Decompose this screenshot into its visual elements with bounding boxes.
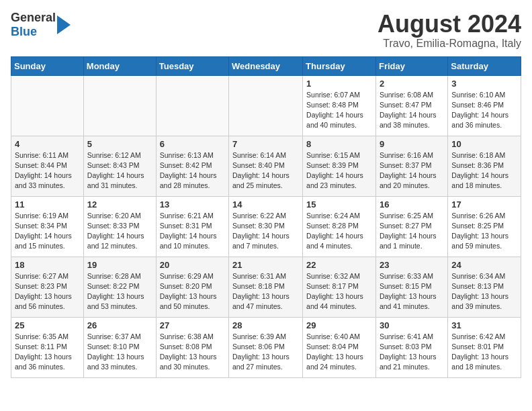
- day-number: 6: [160, 139, 225, 149]
- calendar-day-cell: 9Sunrise: 6:16 AMSunset: 8:37 PMDaylight…: [375, 136, 447, 196]
- logo-icon: [57, 15, 71, 34]
- day-number: 8: [306, 139, 372, 149]
- day-info: Sunrise: 6:27 AMSunset: 8:23 PMDaylight:…: [15, 271, 80, 312]
- calendar-day-cell: 16Sunrise: 6:25 AMSunset: 8:27 PMDayligh…: [375, 196, 447, 257]
- calendar-body: 1Sunrise: 6:07 AMSunset: 8:48 PMDaylight…: [11, 75, 521, 377]
- calendar-day-cell: 18Sunrise: 6:27 AMSunset: 8:23 PMDayligh…: [11, 257, 84, 317]
- day-info: Sunrise: 6:37 AMSunset: 8:10 PMDaylight:…: [87, 332, 152, 373]
- calendar-day-cell: [11, 75, 84, 136]
- day-number: 27: [160, 320, 225, 330]
- calendar-week-row: 25Sunrise: 6:35 AMSunset: 8:11 PMDayligh…: [11, 317, 521, 377]
- day-info: Sunrise: 6:32 AMSunset: 8:17 PMDaylight:…: [306, 271, 372, 312]
- logo: General Blue: [11, 11, 71, 39]
- day-info: Sunrise: 6:12 AMSunset: 8:43 PMDaylight:…: [87, 150, 152, 191]
- location-subtitle: Travo, Emilia-Romagna, Italy: [378, 38, 521, 50]
- calendar-day-cell: 8Sunrise: 6:15 AMSunset: 8:39 PMDaylight…: [303, 136, 376, 196]
- day-info: Sunrise: 6:08 AMSunset: 8:47 PMDaylight:…: [380, 90, 444, 131]
- calendar-header: SundayMondayTuesdayWednesdayThursdayFrid…: [11, 56, 521, 75]
- day-info: Sunrise: 6:07 AMSunset: 8:48 PMDaylight:…: [306, 90, 372, 131]
- day-info: Sunrise: 6:38 AMSunset: 8:08 PMDaylight:…: [160, 332, 225, 373]
- calendar-week-row: 4Sunrise: 6:11 AMSunset: 8:44 PMDaylight…: [11, 136, 521, 196]
- day-number: 11: [15, 199, 80, 210]
- day-number: 15: [306, 199, 372, 210]
- calendar-day-cell: 11Sunrise: 6:19 AMSunset: 8:34 PMDayligh…: [11, 196, 84, 257]
- day-of-week-header: Saturday: [448, 56, 521, 75]
- day-number: 31: [451, 320, 517, 330]
- day-number: 14: [232, 199, 299, 210]
- day-info: Sunrise: 6:39 AMSunset: 8:06 PMDaylight:…: [232, 332, 299, 373]
- calendar-day-cell: 27Sunrise: 6:38 AMSunset: 8:08 PMDayligh…: [156, 317, 228, 377]
- calendar-week-row: 18Sunrise: 6:27 AMSunset: 8:23 PMDayligh…: [11, 257, 521, 317]
- calendar-day-cell: 25Sunrise: 6:35 AMSunset: 8:11 PMDayligh…: [11, 317, 84, 377]
- day-info: Sunrise: 6:28 AMSunset: 8:22 PMDaylight:…: [87, 271, 152, 312]
- header-row: SundayMondayTuesdayWednesdayThursdayFrid…: [11, 56, 521, 75]
- calendar-day-cell: 30Sunrise: 6:41 AMSunset: 8:03 PMDayligh…: [375, 317, 447, 377]
- day-number: 20: [160, 260, 225, 270]
- day-number: 29: [306, 320, 372, 330]
- day-number: 4: [15, 139, 80, 149]
- calendar-day-cell: 17Sunrise: 6:26 AMSunset: 8:25 PMDayligh…: [448, 196, 521, 257]
- calendar-day-cell: 31Sunrise: 6:42 AMSunset: 8:01 PMDayligh…: [448, 317, 521, 377]
- day-number: 1: [306, 79, 372, 89]
- day-info: Sunrise: 6:42 AMSunset: 8:01 PMDaylight:…: [451, 332, 517, 373]
- title-block: August 2024 Travo, Emilia-Romagna, Italy: [378, 11, 521, 50]
- calendar-day-cell: 7Sunrise: 6:14 AMSunset: 8:40 PMDaylight…: [229, 136, 303, 196]
- day-number: 16: [380, 199, 444, 210]
- calendar-day-cell: [83, 75, 156, 136]
- day-number: 3: [451, 79, 517, 89]
- day-info: Sunrise: 6:24 AMSunset: 8:28 PMDaylight:…: [306, 211, 372, 252]
- calendar-day-cell: 21Sunrise: 6:31 AMSunset: 8:18 PMDayligh…: [229, 257, 303, 317]
- calendar-day-cell: 28Sunrise: 6:39 AMSunset: 8:06 PMDayligh…: [229, 317, 303, 377]
- day-info: Sunrise: 6:16 AMSunset: 8:37 PMDaylight:…: [380, 150, 444, 191]
- day-number: 21: [232, 260, 299, 270]
- day-info: Sunrise: 6:19 AMSunset: 8:34 PMDaylight:…: [15, 211, 80, 252]
- day-info: Sunrise: 6:13 AMSunset: 8:42 PMDaylight:…: [160, 150, 225, 191]
- calendar-day-cell: 2Sunrise: 6:08 AMSunset: 8:47 PMDaylight…: [375, 75, 447, 136]
- day-number: 13: [160, 199, 225, 210]
- day-number: 30: [380, 320, 444, 330]
- day-number: 26: [87, 320, 152, 330]
- day-info: Sunrise: 6:21 AMSunset: 8:31 PMDaylight:…: [160, 211, 225, 252]
- calendar-table: SundayMondayTuesdayWednesdayThursdayFrid…: [11, 56, 521, 378]
- calendar-day-cell: 3Sunrise: 6:10 AMSunset: 8:46 PMDaylight…: [448, 75, 521, 136]
- calendar-day-cell: 5Sunrise: 6:12 AMSunset: 8:43 PMDaylight…: [83, 136, 156, 196]
- day-info: Sunrise: 6:11 AMSunset: 8:44 PMDaylight:…: [15, 150, 80, 191]
- calendar-day-cell: 29Sunrise: 6:40 AMSunset: 8:04 PMDayligh…: [303, 317, 376, 377]
- calendar-day-cell: 26Sunrise: 6:37 AMSunset: 8:10 PMDayligh…: [83, 317, 156, 377]
- logo-blue: Blue: [11, 25, 56, 39]
- day-of-week-header: Thursday: [303, 56, 376, 75]
- day-info: Sunrise: 6:33 AMSunset: 8:15 PMDaylight:…: [380, 271, 444, 312]
- calendar-day-cell: 4Sunrise: 6:11 AMSunset: 8:44 PMDaylight…: [11, 136, 84, 196]
- calendar-day-cell: 12Sunrise: 6:20 AMSunset: 8:33 PMDayligh…: [83, 196, 156, 257]
- day-info: Sunrise: 6:22 AMSunset: 8:30 PMDaylight:…: [232, 211, 299, 252]
- calendar-day-cell: 14Sunrise: 6:22 AMSunset: 8:30 PMDayligh…: [229, 196, 303, 257]
- day-number: 17: [451, 199, 517, 210]
- day-number: 9: [380, 139, 444, 149]
- day-info: Sunrise: 6:35 AMSunset: 8:11 PMDaylight:…: [15, 332, 80, 373]
- calendar-day-cell: 13Sunrise: 6:21 AMSunset: 8:31 PMDayligh…: [156, 196, 228, 257]
- day-number: 23: [380, 260, 444, 270]
- day-info: Sunrise: 6:34 AMSunset: 8:13 PMDaylight:…: [451, 271, 517, 312]
- svg-marker-0: [57, 15, 71, 34]
- day-number: 2: [380, 79, 444, 89]
- day-number: 22: [306, 260, 372, 270]
- day-info: Sunrise: 6:41 AMSunset: 8:03 PMDaylight:…: [380, 332, 444, 373]
- calendar-week-row: 1Sunrise: 6:07 AMSunset: 8:48 PMDaylight…: [11, 75, 521, 136]
- page-header: General Blue August 2024 Travo, Emilia-R…: [11, 11, 521, 50]
- day-number: 28: [232, 320, 299, 330]
- logo-general: General: [11, 11, 56, 25]
- day-info: Sunrise: 6:31 AMSunset: 8:18 PMDaylight:…: [232, 271, 299, 312]
- day-number: 24: [451, 260, 517, 270]
- day-info: Sunrise: 6:29 AMSunset: 8:20 PMDaylight:…: [160, 271, 225, 312]
- day-number: 10: [451, 139, 517, 149]
- month-year-title: August 2024: [378, 11, 521, 38]
- day-of-week-header: Monday: [83, 56, 156, 75]
- day-info: Sunrise: 6:26 AMSunset: 8:25 PMDaylight:…: [451, 211, 517, 252]
- day-info: Sunrise: 6:15 AMSunset: 8:39 PMDaylight:…: [306, 150, 372, 191]
- day-of-week-header: Tuesday: [156, 56, 228, 75]
- day-number: 25: [15, 320, 80, 330]
- day-number: 5: [87, 139, 152, 149]
- day-info: Sunrise: 6:25 AMSunset: 8:27 PMDaylight:…: [380, 211, 444, 252]
- day-number: 19: [87, 260, 152, 270]
- calendar-day-cell: 23Sunrise: 6:33 AMSunset: 8:15 PMDayligh…: [375, 257, 447, 317]
